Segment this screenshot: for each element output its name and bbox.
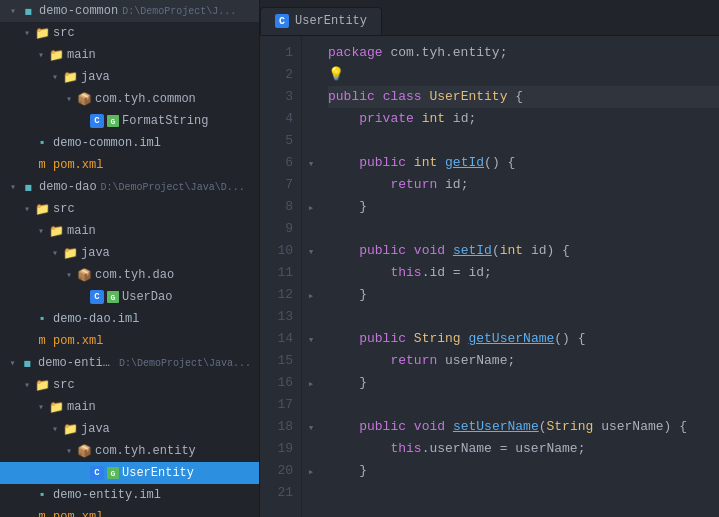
sidebar-item-demo-entity[interactable]: ▾◼demo-entityD:\DemoProject\Java... [0, 352, 259, 374]
item-label: com.tyh.common [95, 92, 196, 106]
fold-close-icon[interactable]: ▸ [308, 465, 315, 478]
project-sidebar[interactable]: ▾◼demo-commonD:\DemoProject\J...▾📁src▾📁m… [0, 0, 260, 517]
code-content[interactable]: package com.tyh.entity;💡public class Use… [320, 36, 719, 517]
code-line-13: ​ [328, 306, 719, 328]
expand-arrow[interactable]: ▾ [20, 379, 34, 391]
sidebar-item-main[interactable]: ▾📁main [0, 220, 259, 242]
expand-arrow[interactable]: ▾ [34, 49, 48, 61]
expand-arrow[interactable]: ▾ [48, 71, 62, 83]
token-plain [375, 89, 383, 104]
token-plain: () { [484, 155, 515, 170]
expand-arrow[interactable]: ▾ [6, 5, 20, 17]
line-number-21: 21 [260, 482, 293, 504]
code-area: 123456789101112131415161718192021 ▾▸▾▸▾▸… [260, 36, 719, 517]
item-label: UserEntity [122, 466, 194, 480]
sidebar-item-demo-common-iml[interactable]: ▪demo-common.iml [0, 132, 259, 154]
sidebar-item-java[interactable]: ▾📁java [0, 242, 259, 264]
expand-arrow[interactable]: ▾ [6, 181, 20, 193]
tab-label: UserEntity [295, 14, 367, 28]
sidebar-item-demo-dao-iml[interactable]: ▪demo-dao.iml [0, 308, 259, 330]
line-number-19: 19 [260, 438, 293, 460]
expand-arrow[interactable]: ▾ [48, 423, 62, 435]
fold-close-icon[interactable]: ▸ [308, 201, 315, 214]
no-arrow [20, 160, 34, 171]
expand-arrow [76, 468, 90, 479]
line-number-14: 14 [260, 328, 293, 350]
fold-close-icon[interactable]: ▸ [308, 377, 315, 390]
line-number-6: 6 [260, 152, 293, 174]
sidebar-item-src[interactable]: ▾📁src [0, 374, 259, 396]
token-kw: void [414, 419, 445, 434]
sidebar-item-pom-xml[interactable]: mpom.xml [0, 506, 259, 517]
expand-arrow[interactable]: ▾ [20, 27, 34, 39]
code-line-8: } [328, 196, 719, 218]
tab-userentity[interactable]: C UserEntity [260, 7, 382, 35]
code-line-17: ​ [328, 394, 719, 416]
token-plain: com.tyh.entity; [383, 45, 508, 60]
expand-arrow[interactable]: ▾ [62, 93, 76, 105]
item-label: UserDao [122, 290, 172, 304]
sidebar-item-src[interactable]: ▾📁src [0, 22, 259, 44]
class-icon: C [90, 114, 104, 128]
sidebar-item-demo-entity-iml[interactable]: ▪demo-entity.iml [0, 484, 259, 506]
token-kw: private [359, 111, 414, 126]
line-number-12: 12 [260, 284, 293, 306]
sidebar-item-java[interactable]: ▾📁java [0, 66, 259, 88]
expand-arrow[interactable]: ▾ [20, 203, 34, 215]
token-plain: id) { [523, 243, 570, 258]
package-icon: 📦 [76, 444, 92, 459]
gutter-10: ▾ [302, 240, 320, 262]
token-plain [328, 265, 390, 280]
line-number-20: 20 [260, 460, 293, 482]
sidebar-item-main[interactable]: ▾📁main [0, 44, 259, 66]
sidebar-item-com-tyh-common[interactable]: ▾📦com.tyh.common [0, 88, 259, 110]
line-number-11: 11 [260, 262, 293, 284]
sidebar-item-pom-xml[interactable]: mpom.xml [0, 330, 259, 352]
sidebar-item-formatstring[interactable]: CGFormatString [0, 110, 259, 132]
expand-arrow[interactable]: ▾ [62, 269, 76, 281]
sidebar-item-demo-common[interactable]: ▾◼demo-commonD:\DemoProject\J... [0, 0, 259, 22]
editor-panel: C UserEntity 123456789101112131415161718… [260, 0, 719, 517]
token-kw: this [390, 441, 421, 456]
code-line-2: 💡 [328, 64, 719, 86]
fold-icon[interactable]: ▾ [308, 333, 315, 346]
line-number-16: 16 [260, 372, 293, 394]
gutter-5 [302, 130, 320, 152]
sidebar-item-com-tyh-entity[interactable]: ▾📦com.tyh.entity [0, 440, 259, 462]
expand-arrow[interactable]: ▾ [6, 357, 20, 369]
gutter-18: ▾ [302, 416, 320, 438]
fold-icon[interactable]: ▾ [308, 421, 315, 434]
sidebar-item-java[interactable]: ▾📁java [0, 418, 259, 440]
expand-arrow[interactable]: ▾ [34, 225, 48, 237]
sidebar-item-demo-dao[interactable]: ▾◼demo-daoD:\DemoProject\Java\D... [0, 176, 259, 198]
token-plain: id; [445, 111, 476, 126]
sidebar-item-com-tyh-dao[interactable]: ▾📦com.tyh.dao [0, 264, 259, 286]
xml-icon: m [34, 510, 50, 517]
gutter-11 [302, 262, 320, 284]
expand-arrow[interactable]: ▾ [48, 247, 62, 259]
line-number-5: 5 [260, 130, 293, 152]
token-kw: void [414, 243, 445, 258]
token-kw: public [359, 419, 406, 434]
line-number-4: 4 [260, 108, 293, 130]
line-number-10: 10 [260, 240, 293, 262]
path-hint: D:\DemoProject\Java\D... [101, 182, 245, 193]
code-line-16: } [328, 372, 719, 394]
expand-arrow[interactable]: ▾ [34, 401, 48, 413]
sidebar-item-main[interactable]: ▾📁main [0, 396, 259, 418]
line-number-7: 7 [260, 174, 293, 196]
token-plain: userName; [437, 353, 515, 368]
fold-icon[interactable]: ▾ [308, 157, 315, 170]
expand-arrow[interactable]: ▾ [62, 445, 76, 457]
token-plain: } [328, 375, 367, 390]
sidebar-item-userdao[interactable]: CGUserDao [0, 286, 259, 308]
sidebar-item-src[interactable]: ▾📁src [0, 198, 259, 220]
item-label: pom.xml [53, 510, 103, 517]
fold-icon[interactable]: ▾ [308, 245, 315, 258]
token-plain [328, 243, 359, 258]
sidebar-item-pom-xml[interactable]: mpom.xml [0, 154, 259, 176]
xml-icon: m [34, 158, 50, 172]
sidebar-item-userentity[interactable]: CGUserEntity [0, 462, 259, 484]
fold-close-icon[interactable]: ▸ [308, 289, 315, 302]
item-label: java [81, 246, 110, 260]
